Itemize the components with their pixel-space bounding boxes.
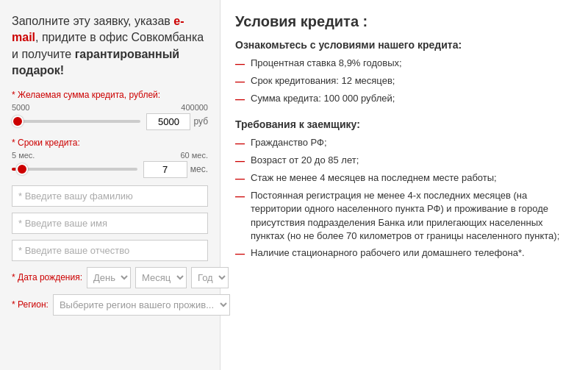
credit-term-range-labels: 5 мес. 60 мес.	[12, 151, 208, 160]
birth-date-row: * Дата рождения: День Месяц Год	[12, 267, 208, 288]
last-name-field	[12, 185, 208, 207]
req-dash-1: —	[235, 154, 245, 168]
patronymic-field	[12, 240, 208, 261]
conditions-subtitle: Ознакомьтесь с условиями нашего кредита:	[235, 39, 573, 51]
credit-amount-unit: руб	[193, 116, 208, 127]
condition-item-0: — Процентная ставка 8,9% годовых;	[235, 57, 573, 71]
credit-term-section: * Сроки кредита: 5 мес. 60 мес. мес.	[12, 138, 208, 178]
right-panel: Условия кредита : Ознакомьтесь с условия…	[220, 0, 588, 370]
right-title: Условия кредита :	[235, 13, 573, 30]
req-dash-3: —	[235, 190, 245, 203]
credit-amount-max: 400000	[181, 103, 208, 112]
credit-term-unit: мес.	[190, 164, 208, 174]
condition-item-1: — Срок кредитования: 12 месяцев;	[235, 74, 573, 88]
region-label: * Регион:	[12, 299, 49, 310]
left-panel: Заполните эту заявку, указав e-mail, при…	[0, 0, 220, 370]
condition-item-2: — Сумма кредита: 100 000 рублей;	[235, 92, 573, 106]
region-row: * Регион: Выберите регион вашего прожив.…	[12, 294, 208, 316]
requirement-item-1: — Возраст от 20 до 85 лет;	[235, 154, 573, 168]
first-name-input[interactable]	[12, 213, 208, 234]
credit-amount-input[interactable]: 5000	[146, 113, 190, 130]
credit-term-min: 5 мес.	[12, 151, 35, 160]
credit-amount-label: * Желаемая сумма кредита, рублей:	[12, 90, 208, 100]
credit-term-input[interactable]	[143, 161, 187, 178]
dash-icon-0: —	[235, 57, 245, 71]
requirement-item-2: — Стаж не менее 4 месяцев на последнем м…	[235, 171, 573, 185]
credit-amount-slider[interactable]	[12, 120, 140, 123]
last-name-input[interactable]	[12, 185, 208, 207]
condition-text-2: Сумма кредита: 100 000 рублей;	[251, 92, 395, 105]
requirement-text-1: Возраст от 20 до 85 лет;	[251, 154, 359, 167]
credit-amount-min: 5000	[12, 103, 29, 112]
birth-day-select[interactable]: День	[87, 267, 131, 288]
birth-month-select[interactable]: Месяц	[135, 267, 187, 288]
credit-term-slider[interactable]	[12, 168, 137, 171]
req-dash-2: —	[235, 172, 245, 185]
credit-term-max: 60 мес.	[180, 151, 208, 160]
credit-term-slider-row: мес.	[12, 161, 208, 178]
credit-amount-input-box: 5000 руб	[146, 113, 208, 130]
requirement-item-4: — Наличие стационарного рабочего или дом…	[235, 246, 573, 260]
credit-amount-slider-wrapper	[12, 114, 140, 129]
req-dash-4: —	[235, 247, 245, 260]
requirement-item-3: — Постоянная регистрация не менее 4-х по…	[235, 189, 573, 243]
req-dash-0: —	[235, 137, 245, 150]
birth-date-label: * Дата рождения:	[12, 272, 82, 282]
conditions-list: — Процентная ставка 8,9% годовых; — Срок…	[235, 57, 573, 107]
credit-term-label: * Сроки кредита:	[12, 138, 208, 148]
hero-prefix: Заполните эту заявку, указав	[12, 15, 173, 27]
hero-text: Заполните эту заявку, указав e-mail, при…	[12, 13, 208, 79]
condition-text-0: Процентная ставка 8,9% годовых;	[251, 57, 402, 70]
patronymic-input[interactable]	[12, 240, 208, 261]
condition-text-1: Срок кредитования: 12 месяцев;	[251, 74, 395, 88]
requirement-text-4: Наличие стационарного рабочего или домаш…	[251, 246, 525, 260]
credit-amount-range-labels: 5000 400000	[12, 103, 208, 112]
requirement-item-0: — Гражданство РФ;	[235, 136, 573, 150]
dash-icon-1: —	[235, 75, 245, 88]
requirement-text-3: Постоянная регистрация не менее 4-х посл…	[251, 189, 573, 243]
credit-amount-slider-row: 5000 руб	[12, 113, 208, 130]
credit-term-input-box: мес.	[143, 161, 208, 178]
region-select[interactable]: Выберите регион вашего прожив...	[53, 294, 230, 316]
credit-term-slider-wrapper	[12, 162, 137, 177]
requirement-text-2: Стаж не менее 4 месяцев на последнем мес…	[251, 171, 497, 185]
first-name-field	[12, 213, 208, 234]
requirements-list: — Гражданство РФ; — Возраст от 20 до 85 …	[235, 136, 573, 261]
credit-amount-section: * Желаемая сумма кредита, рублей: 5000 4…	[12, 90, 208, 130]
dash-icon-2: —	[235, 93, 245, 106]
requirements-title: Требования к заемщику:	[235, 118, 573, 130]
requirement-text-0: Гражданство РФ;	[251, 136, 327, 149]
